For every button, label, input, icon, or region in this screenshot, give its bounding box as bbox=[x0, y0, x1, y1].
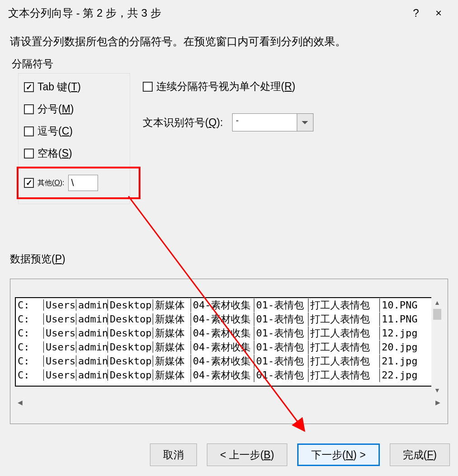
checkbox-icon bbox=[143, 82, 153, 92]
checkbox-tab[interactable]: Tab 键(T) bbox=[24, 80, 125, 94]
dialog-content: 请设置分列数据所包含的分隔符号。在预览窗口内可看到分列的效果。 分隔符号 Tab… bbox=[0, 26, 458, 432]
table-cell: C: bbox=[16, 299, 44, 311]
table-cell: 11.PNG bbox=[380, 313, 421, 325]
table-cell: 01-表情包 bbox=[254, 327, 308, 340]
table-cell: C: bbox=[16, 327, 44, 339]
cancel-button[interactable]: 取消 bbox=[150, 443, 197, 466]
table-cell: 打工人表情包 bbox=[308, 341, 380, 354]
table-cell: 新媒体 bbox=[153, 313, 191, 326]
table-cell: 打工人表情包 bbox=[308, 313, 380, 326]
table-cell: 01-表情包 bbox=[254, 369, 308, 382]
table-cell: admin bbox=[76, 369, 108, 381]
button-row: 取消 < 上一步(B) 下一步(N) > 完成(F) bbox=[0, 432, 458, 476]
table-cell: 新媒体 bbox=[153, 299, 191, 312]
table-cell: 新媒体 bbox=[153, 355, 191, 368]
checkbox-comma[interactable]: 逗号(C) bbox=[24, 124, 125, 138]
checkbox-icon bbox=[24, 104, 34, 114]
checkbox-icon bbox=[24, 126, 34, 136]
text-qualifier-combo[interactable] bbox=[232, 113, 313, 131]
help-button[interactable]: ? bbox=[405, 4, 427, 22]
chevron-down-icon[interactable] bbox=[297, 114, 313, 131]
vertical-scrollbar[interactable]: ▲ ▼ bbox=[431, 297, 443, 396]
table-cell: 新媒体 bbox=[153, 369, 191, 382]
table-cell: 打工人表情包 bbox=[308, 369, 380, 382]
back-button[interactable]: < 上一步(B) bbox=[207, 443, 287, 466]
table-row: C:UsersadminDesktop新媒体04-素材收集01-表情包打工人表情… bbox=[16, 368, 442, 382]
table-row: C:UsersadminDesktop新媒体04-素材收集01-表情包打工人表情… bbox=[16, 326, 442, 340]
table-cell: 新媒体 bbox=[153, 341, 191, 354]
scroll-up-icon: ▲ bbox=[434, 299, 440, 306]
checkbox-space[interactable]: 空格(S) bbox=[24, 146, 125, 160]
table-cell: 21.jpg bbox=[380, 355, 421, 367]
table-cell: Desktop bbox=[108, 313, 153, 325]
titlebar: 文本分列向导 - 第 2 步，共 3 步 ? × bbox=[0, 0, 458, 26]
scroll-thumb[interactable] bbox=[433, 309, 441, 320]
table-cell: admin bbox=[76, 313, 108, 325]
instruction-text: 请设置分列数据所包含的分隔符号。在预览窗口内可看到分列的效果。 bbox=[10, 34, 448, 49]
table-cell: Users bbox=[44, 369, 76, 381]
table-cell: 04-素材收集 bbox=[191, 355, 254, 368]
table-cell: Desktop bbox=[108, 369, 153, 381]
text-qualifier-input[interactable] bbox=[233, 114, 297, 131]
scroll-left-icon: ◀ bbox=[18, 399, 23, 406]
table-cell: 04-素材收集 bbox=[191, 299, 254, 312]
delimiters-legend: 分隔符号 bbox=[10, 57, 55, 71]
table-cell: Users bbox=[44, 313, 76, 325]
checkbox-other[interactable] bbox=[24, 178, 34, 188]
table-cell: 04-素材收集 bbox=[191, 341, 254, 354]
table-cell: Users bbox=[44, 327, 76, 339]
table-cell: 22.jpg bbox=[380, 369, 421, 381]
table-cell: 打工人表情包 bbox=[308, 355, 380, 368]
text-qualifier-row: 文本识别符号(Q): bbox=[143, 113, 313, 131]
horizontal-scrollbar[interactable]: ◀ ▶ bbox=[15, 397, 443, 408]
table-cell: Users bbox=[44, 341, 76, 353]
table-cell: 10.PNG bbox=[380, 299, 421, 311]
table-cell: Desktop bbox=[108, 299, 153, 311]
table-cell: 新媒体 bbox=[153, 327, 191, 340]
next-button[interactable]: 下一步(N) > bbox=[297, 443, 380, 466]
checkbox-icon bbox=[24, 82, 34, 92]
table-row: C:UsersadminDesktop新媒体04-素材收集01-表情包打工人表情… bbox=[16, 354, 442, 368]
table-cell: 01-表情包 bbox=[254, 355, 308, 368]
table-cell: Users bbox=[44, 299, 76, 311]
table-cell: admin bbox=[76, 341, 108, 353]
scroll-right-icon: ▶ bbox=[435, 399, 440, 406]
preview-grid: C:UsersadminDesktop新媒体04-素材收集01-表情包打工人表情… bbox=[15, 297, 443, 387]
table-cell: Desktop bbox=[108, 341, 153, 353]
table-cell: 04-素材收集 bbox=[191, 313, 254, 326]
table-cell: 04-素材收集 bbox=[191, 327, 254, 340]
table-row: C:UsersadminDesktop新媒体04-素材收集01-表情包打工人表情… bbox=[16, 340, 442, 354]
table-cell: Desktop bbox=[108, 327, 153, 339]
table-cell: 打工人表情包 bbox=[308, 299, 380, 312]
table-cell: Desktop bbox=[108, 355, 153, 367]
table-row: C:UsersadminDesktop新媒体04-素材收集01-表情包打工人表情… bbox=[16, 298, 442, 312]
close-button[interactable]: × bbox=[427, 4, 450, 22]
table-cell: 01-表情包 bbox=[254, 299, 308, 312]
checkbox-consecutive[interactable]: 连续分隔符号视为单个处理(R) bbox=[143, 79, 313, 93]
checkbox-semicolon[interactable]: 分号(M) bbox=[24, 102, 125, 116]
preview-section: 数据预览(P) C:UsersadminDesktop新媒体04-素材收集01-… bbox=[10, 252, 448, 424]
finish-button[interactable]: 完成(F) bbox=[390, 443, 450, 466]
table-cell: Users bbox=[44, 355, 76, 367]
delimiters-fieldset: 分隔符号 Tab 键(T) 分号(M) 逗号(C) bbox=[10, 63, 448, 212]
text-import-wizard-dialog: 文本分列向导 - 第 2 步，共 3 步 ? × 请设置分列数据所包含的分隔符号… bbox=[0, 0, 458, 476]
table-cell: 12.jpg bbox=[380, 327, 421, 339]
table-cell: 打工人表情包 bbox=[308, 327, 380, 340]
table-cell: C: bbox=[16, 369, 44, 381]
table-cell: admin bbox=[76, 327, 108, 339]
preview-label: 数据预览(P) bbox=[10, 252, 448, 266]
table-cell: C: bbox=[16, 313, 44, 325]
table-cell: 20.jpg bbox=[380, 341, 421, 353]
table-cell: 01-表情包 bbox=[254, 341, 308, 354]
table-cell: C: bbox=[16, 355, 44, 367]
table-cell: admin bbox=[76, 355, 108, 367]
dialog-title: 文本分列向导 - 第 2 步，共 3 步 bbox=[8, 6, 405, 20]
preview-box: C:UsersadminDesktop新媒体04-素材收集01-表情包打工人表情… bbox=[10, 279, 448, 424]
table-cell: C: bbox=[16, 341, 44, 353]
table-cell: admin bbox=[76, 299, 108, 311]
scroll-down-icon: ▼ bbox=[434, 387, 440, 394]
table-cell: 01-表情包 bbox=[254, 313, 308, 326]
other-delimiter-input[interactable] bbox=[68, 175, 98, 191]
table-cell: 04-素材收集 bbox=[191, 369, 254, 382]
table-row: C:UsersadminDesktop新媒体04-素材收集01-表情包打工人表情… bbox=[16, 312, 442, 326]
